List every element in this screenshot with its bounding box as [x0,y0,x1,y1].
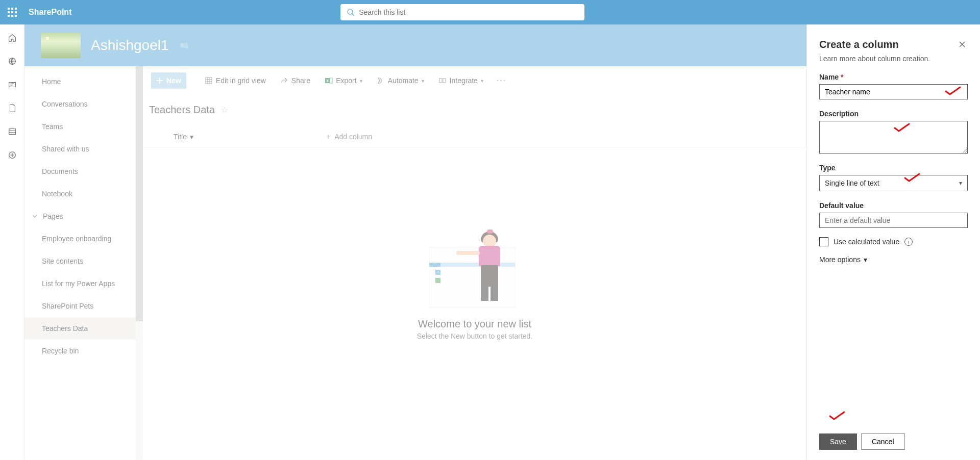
file-icon[interactable] [7,103,17,113]
sidenav-item-employee-onboarding[interactable]: Employee onboarding [24,227,143,250]
type-select[interactable]: Single line of text ▾ [819,175,968,191]
svg-rect-25 [443,79,446,83]
teams-icon[interactable] [179,41,189,50]
sidenav-item-home[interactable]: Home [24,70,143,93]
svg-rect-16 [206,78,212,84]
main-column: Ashishgoel1 Home Conversations Teams Sha… [24,24,806,460]
site-logo[interactable] [41,33,81,58]
new-button[interactable]: New [151,72,186,89]
default-value-input[interactable] [819,213,968,228]
search-box[interactable] [340,4,584,20]
sidenav-item-notebook[interactable]: Notebook [24,183,143,205]
use-calculated-checkbox[interactable] [819,237,828,246]
sidenav-item-teachers-data[interactable]: Teachers Data [24,317,143,340]
nav-rail [0,24,24,460]
chevron-down-icon: ▾ [864,255,867,264]
svg-rect-12 [180,43,185,48]
grid-icon [205,76,213,85]
cancel-button[interactable]: Cancel [861,433,905,450]
sidenav-item-pages[interactable]: Pages [24,205,143,227]
sidenav-item-list-power-apps[interactable]: List for my Power Apps [24,272,143,295]
chevron-down-icon: ▾ [190,133,193,141]
name-label: Name * [819,73,968,81]
globe-icon[interactable] [7,56,17,66]
command-bar: New Edit in grid view Share X Export [143,66,806,89]
empty-illustration: + [429,226,521,308]
more-button[interactable]: ··· [493,76,510,85]
scrollbar-thumb[interactable] [136,66,143,321]
sidenav-item-label: Pages [43,212,63,220]
export-button[interactable]: X Export ▾ [320,72,367,89]
share-button[interactable]: Share [275,72,315,89]
search-icon [347,8,355,16]
edit-grid-button[interactable]: Edit in grid view [200,72,271,89]
default-value-label: Default value [819,201,968,210]
share-icon [280,76,288,85]
flow-icon [377,76,385,85]
col-label: Add column [334,133,372,141]
info-icon[interactable]: i [904,238,913,246]
search-input[interactable] [359,8,578,16]
new-button-label: New [166,76,181,85]
cmd-label: Export [336,76,356,85]
create-column-panel: Create a column Learn more about column … [806,24,980,460]
list-icon[interactable] [7,126,17,137]
svg-line-1 [352,14,354,16]
type-label: Type [819,164,968,172]
svg-rect-24 [439,79,442,83]
name-input[interactable] [819,84,968,99]
sidenav-item-documents[interactable]: Documents [24,160,143,183]
app-launcher-icon[interactable] [4,4,20,20]
site-name[interactable]: Ashishgoel1 [91,37,169,54]
excel-icon: X [325,76,333,85]
annotation-check-icon [828,411,847,421]
more-options-toggle[interactable]: More options ▾ [819,255,968,264]
sidenav-item-site-contents[interactable]: Site contents [24,250,143,272]
svg-text:X: X [326,79,329,83]
chevron-down-icon: ▾ [481,78,483,84]
suite-bar: SharePoint [0,0,980,24]
side-nav: Home Conversations Teams Shared with us … [24,66,143,460]
chevron-down-icon [32,213,38,219]
cmd-label: Edit in grid view [216,76,266,85]
cmd-label: Automate [388,76,419,85]
save-button[interactable]: Save [819,433,857,450]
panel-title: Create a column [819,39,899,50]
cmd-label: Share [291,76,310,85]
empty-title: Welcome to your new list [418,318,531,330]
column-header-row: Title ▾ + Add column [143,126,806,147]
sidenav-item-shared[interactable]: Shared with us [24,138,143,160]
svg-rect-3 [9,83,15,87]
svg-point-0 [348,9,353,14]
more-options-label: More options [819,255,861,264]
plus-icon [156,77,163,84]
chevron-down-icon: ▾ [959,180,962,187]
close-icon[interactable] [957,39,968,52]
home-icon[interactable] [7,33,17,43]
sidenav-item-teams[interactable]: Teams [24,115,143,138]
scrollbar-track[interactable] [136,66,143,460]
description-input[interactable] [819,121,968,154]
integrate-icon [438,76,447,85]
add-icon[interactable] [7,150,17,160]
sidenav-item-recycle-bin[interactable]: Recycle bin [24,340,143,362]
chevron-down-icon: ▾ [422,78,424,84]
list-title: Teachers Data [149,104,215,116]
automate-button[interactable]: Automate ▾ [372,72,429,89]
cmd-label: Integrate [450,76,478,85]
empty-subtitle: Select the New button to get started. [417,332,532,340]
empty-state: + Welcome to your ne [143,147,806,460]
sidenav-item-conversations[interactable]: Conversations [24,93,143,115]
favorite-star-icon[interactable]: ☆ [221,105,228,115]
type-value: Single line of text [825,179,879,187]
column-header-title[interactable]: Title ▾ [174,133,193,141]
add-column-button[interactable]: + Add column [326,133,372,141]
col-label: Title [174,133,187,141]
integrate-button[interactable]: Integrate ▾ [433,72,488,89]
app-name[interactable]: SharePoint [29,8,71,17]
learn-more-link[interactable]: Learn more about column creation. [819,55,968,63]
svg-rect-23 [330,78,332,83]
news-icon[interactable] [7,80,17,90]
sidenav-item-sharepoint-pets[interactable]: SharePoint Pets [24,295,143,317]
svg-rect-6 [9,129,15,135]
